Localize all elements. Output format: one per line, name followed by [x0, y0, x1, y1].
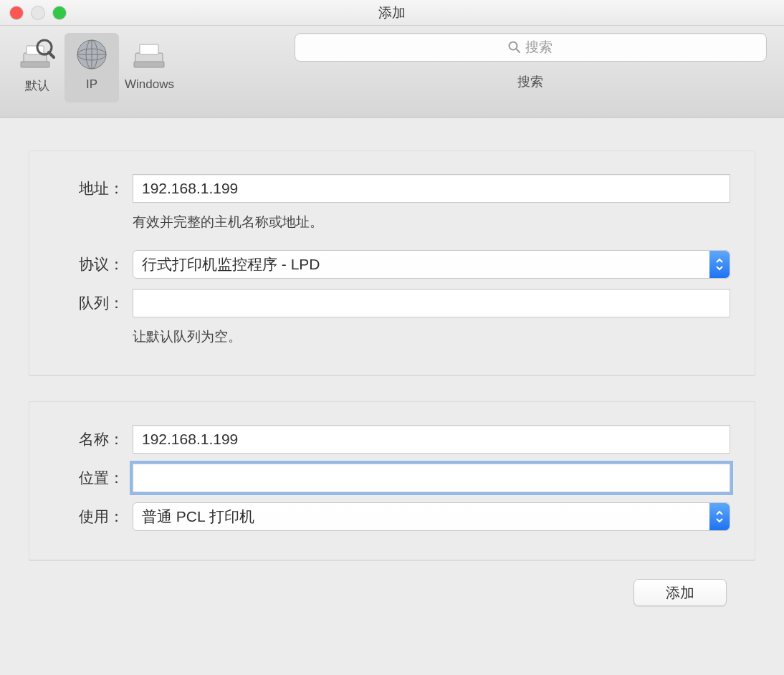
- search-label: 搜索: [517, 73, 543, 90]
- protocol-select[interactable]: 行式打印机监控程序 - LPD: [133, 250, 730, 279]
- window-title: 添加: [0, 4, 784, 22]
- use-select[interactable]: 普通 PCL 打印机: [133, 502, 730, 531]
- toolbar: 默认 IP Windows: [0, 26, 784, 118]
- address-helper: 有效并完整的主机名称或地址。: [133, 213, 730, 231]
- printer-search-icon: [16, 34, 59, 75]
- name-label: 名称：: [54, 429, 124, 449]
- address-label: 地址：: [54, 178, 124, 198]
- search-placeholder: 搜索: [525, 38, 553, 57]
- chevron-updown-icon: [709, 503, 730, 530]
- toolbar-item-label: Windows: [125, 77, 174, 92]
- queue-input[interactable]: [133, 289, 730, 317]
- toolbar-item-default[interactable]: 默认: [10, 33, 64, 102]
- svg-rect-11: [140, 44, 158, 54]
- connection-panel: 地址： 192.168.1.199 有效并完整的主机名称或地址。 协议： 行式打…: [29, 150, 755, 375]
- details-panel: 名称： 192.168.1.199 位置： 使用： 普通 PCL 打印机: [29, 401, 755, 560]
- svg-rect-12: [134, 62, 164, 67]
- svg-rect-2: [21, 62, 49, 67]
- location-input[interactable]: [133, 464, 730, 492]
- globe-icon: [70, 34, 113, 75]
- name-input[interactable]: 192.168.1.199: [133, 425, 730, 454]
- svg-line-14: [516, 49, 520, 52]
- location-label: 位置：: [54, 468, 124, 488]
- toolbar-item-label: IP: [86, 77, 97, 92]
- chevron-updown-icon: [709, 251, 730, 278]
- printer-icon: [128, 34, 171, 75]
- protocol-label: 协议：: [54, 254, 124, 274]
- titlebar: 添加: [0, 0, 784, 26]
- queue-label: 队列：: [54, 293, 124, 313]
- queue-helper: 让默认队列为空。: [133, 327, 730, 346]
- svg-line-4: [49, 52, 54, 57]
- toolbar-item-windows[interactable]: Windows: [119, 33, 180, 102]
- search-input[interactable]: 搜索: [295, 33, 767, 62]
- search-icon: [508, 41, 521, 54]
- use-label: 使用：: [54, 507, 124, 527]
- toolbar-item-label: 默认: [25, 77, 49, 94]
- address-input[interactable]: 192.168.1.199: [133, 174, 730, 203]
- add-button[interactable]: 添加: [634, 579, 727, 606]
- toolbar-item-ip[interactable]: IP: [64, 33, 119, 102]
